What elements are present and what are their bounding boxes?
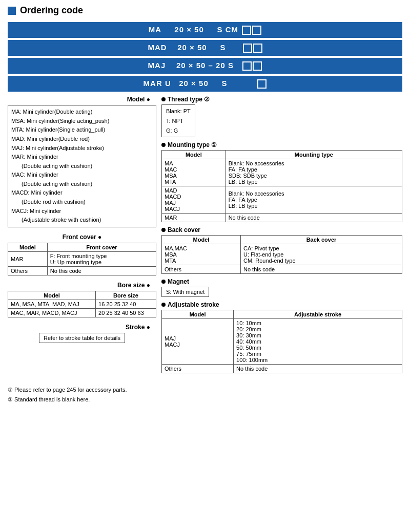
thread-type-section: Thread type ② Blank: PTT: NPTG: G xyxy=(161,96,402,137)
mounting-type-table: Model Mounting type MAMACMSAMTA Blank: N… xyxy=(161,150,402,222)
adjustable-stroke-label: Adjustable stroke xyxy=(168,301,219,308)
back-cover-dot xyxy=(161,228,166,232)
model-section-label: Model ● xyxy=(8,96,156,103)
magnet-section: Magnet S: With magnet xyxy=(161,278,402,297)
page-title: Ordering code xyxy=(8,5,402,16)
back-cover-label: Back cover xyxy=(168,226,200,233)
mounting-type-label: Mounting type ① xyxy=(168,141,217,148)
stroke-label: Stroke ● xyxy=(8,324,156,331)
thread-type-dot xyxy=(161,97,166,101)
code-bar-3: MAJ 20 × 50 – 20 S xyxy=(8,58,402,74)
stroke-box: Refer to stroke table for details xyxy=(39,333,125,343)
thread-type-box: Blank: PTT: NPTG: G xyxy=(161,104,195,137)
magnet-dot xyxy=(161,280,166,284)
back-cover-section: Back cover Model Back cover MA,MACMSAMTA… xyxy=(161,226,402,274)
bore-size-label: Bore size ● xyxy=(8,282,156,289)
right-column: Thread type ② Blank: PTT: NPTG: G Mounti… xyxy=(161,96,402,377)
magnet-label: Magnet xyxy=(168,278,189,285)
code-bars-section: MA 20 × 50 S CM MAD 20 × 50 S MAJ 20 × 5… xyxy=(8,22,402,92)
model-list-box: MA: Mini cylinder(Double acting) MSA: Mi… xyxy=(8,105,156,227)
title-icon xyxy=(8,7,16,15)
front-cover-table: Model Front cover MAR F: Front mounting … xyxy=(8,243,156,275)
adjustable-stroke-section: Adjustable stroke Model Adjustable strok… xyxy=(161,301,402,373)
back-cover-table: Model Back cover MA,MACMSAMTA CA: Pivot … xyxy=(161,235,402,274)
footnote-2: ② Standard thread is blank here. xyxy=(8,395,402,405)
mounting-type-section: Mounting type ① Model Mounting type MAMA… xyxy=(161,141,402,222)
footnotes: ① Please refer to page 245 for accessory… xyxy=(8,385,402,404)
code-bar-2: MAD 20 × 50 S xyxy=(8,40,402,56)
mounting-type-dot xyxy=(161,143,166,147)
footnote-1: ① Please refer to page 245 for accessory… xyxy=(8,385,402,395)
bore-size-table: Model Bore size MA, MSA, MTA, MAD, MAJ 1… xyxy=(8,291,156,317)
magnet-box: S: With magnet xyxy=(161,287,209,297)
adjustable-stroke-table: Model Adjustable stroke MAJMACJ 10: 10mm… xyxy=(161,310,402,373)
thread-type-label: Thread type ② xyxy=(168,96,210,103)
code-bar-1: MA 20 × 50 S CM xyxy=(8,22,402,38)
left-column: Model ● MA: Mini cylinder(Double acting)… xyxy=(8,96,156,377)
code-bar-4: MAR U 20 × 50 S xyxy=(8,76,402,92)
adjustable-stroke-dot xyxy=(161,303,166,307)
front-cover-label: Front cover ● xyxy=(8,233,156,241)
